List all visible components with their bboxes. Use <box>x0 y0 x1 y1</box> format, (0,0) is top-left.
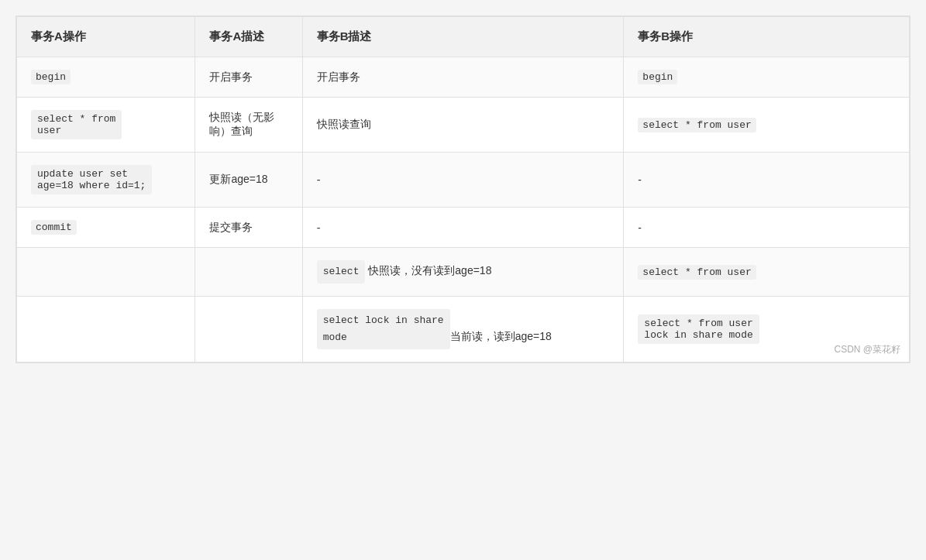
table-row: select 快照读，没有读到age=18 select * from user <box>17 248 910 297</box>
header-a-desc: 事务A描述 <box>195 17 302 57</box>
code-begin-a: begin <box>31 70 71 84</box>
watermark: CSDN @菜花籽 <box>834 343 900 356</box>
main-table: 事务A操作 事务A描述 事务B描述 事务B操作 begin 开启事务 开启事务 … <box>16 16 910 362</box>
row4-a-desc: 提交事务 <box>195 208 302 248</box>
row5-snapshot-label: 快照读，没有读到age=18 <box>368 264 491 277</box>
code-select-snap: select <box>317 260 366 283</box>
row3-a-op: update user setage=18 where id=1; <box>17 153 195 208</box>
table-row: commit 提交事务 - - <box>17 208 910 248</box>
page-wrapper: 事务A操作 事务A描述 事务B描述 事务B操作 begin 开启事务 开启事务 … <box>15 15 911 363</box>
header-a-op: 事务A操作 <box>17 17 195 57</box>
code-update-a: update user setage=18 where id=1; <box>31 165 152 194</box>
row5-b-op: select * from user <box>624 248 910 297</box>
row1-a-op: begin <box>17 57 195 98</box>
code-select-a: select * fromuser <box>31 110 122 139</box>
row5-b-desc-content: select 快照读，没有读到age=18 <box>317 260 610 283</box>
row1-a-desc: 开启事务 <box>195 57 302 98</box>
code-select-lock-op: select * from userlock in share mode <box>638 314 759 344</box>
row2-b-op: select * from user <box>624 98 910 153</box>
row3-b-desc: - <box>302 153 624 208</box>
row5-a-op <box>17 248 195 297</box>
table-row: update user setage=18 where id=1; 更新age=… <box>17 153 910 208</box>
code-begin-b: begin <box>638 70 677 84</box>
row2-a-desc: 快照读（无影响）查询 <box>195 98 302 153</box>
row4-a-op: commit <box>17 208 195 248</box>
table-row: select lock in sharemode当前读，读到age=18 sel… <box>17 297 910 362</box>
code-select-lock-desc: select lock in sharemode <box>317 309 450 349</box>
row6-current-read-label: 当前读，读到age=18 <box>450 330 552 342</box>
row5-a-desc <box>195 248 302 297</box>
row5-b-desc: select 快照读，没有读到age=18 <box>302 248 624 297</box>
table-header-row: 事务A操作 事务A描述 事务B描述 事务B操作 <box>17 17 910 57</box>
row4-b-desc: - <box>302 208 624 248</box>
table-row: begin 开启事务 开启事务 begin <box>17 57 910 98</box>
code-select-b: select * from user <box>638 118 756 132</box>
table-row: select * fromuser 快照读（无影响）查询 快照读查询 selec… <box>17 98 910 153</box>
header-b-op: 事务B操作 <box>624 17 910 57</box>
row3-a-desc: 更新age=18 <box>195 153 302 208</box>
code-select-user-snap: select * from user <box>638 265 756 280</box>
row3-b-op: - <box>624 153 910 208</box>
header-b-desc: 事务B描述 <box>302 17 624 57</box>
row2-a-op: select * fromuser <box>17 98 195 153</box>
row6-b-desc-content: select lock in sharemode当前读，读到age=18 <box>317 309 610 349</box>
row4-b-op: - <box>624 208 910 248</box>
row6-a-desc <box>195 297 302 362</box>
row1-b-op: begin <box>624 57 910 98</box>
row6-b-desc: select lock in sharemode当前读，读到age=18 <box>302 297 624 362</box>
row1-b-desc: 开启事务 <box>302 57 624 98</box>
row6-a-op <box>17 297 195 362</box>
row2-b-desc: 快照读查询 <box>302 98 624 153</box>
code-commit: commit <box>31 220 77 235</box>
